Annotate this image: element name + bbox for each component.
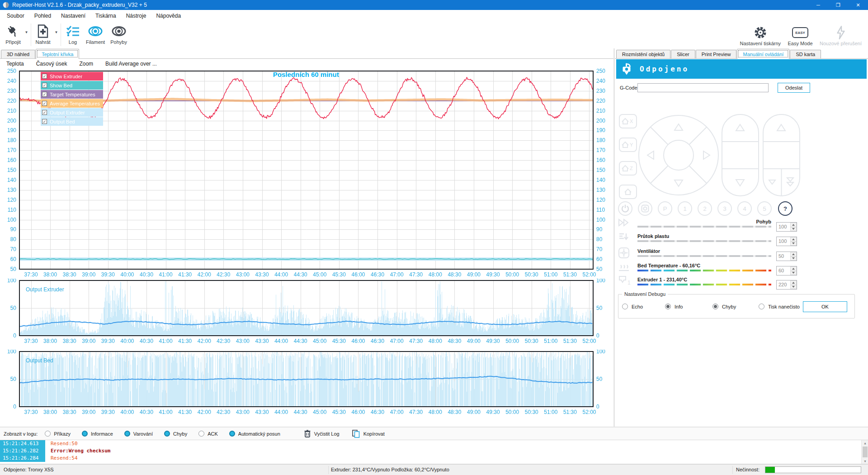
output-extruder-chart-canvas[interactable] [0, 279, 613, 347]
radio-icon[interactable] [45, 431, 51, 437]
legend-item-show-bed[interactable]: ✓Show Bed [41, 81, 103, 90]
menu-pohled[interactable]: Pohled [29, 11, 56, 21]
emergency-stop-button[interactable]: Nouzové přerušení [817, 24, 864, 47]
value-spinner[interactable]: 100 [776, 237, 797, 246]
spinner-up-icon[interactable] [790, 266, 797, 271]
xy-dpad[interactable] [639, 115, 718, 195]
slider-track[interactable] [637, 255, 771, 257]
radio-icon[interactable] [82, 431, 88, 437]
toggle-log-button[interactable]: Log [62, 23, 83, 46]
quick-button-p[interactable]: P [658, 201, 672, 216]
power-button[interactable] [618, 201, 632, 216]
log-scrollbar[interactable]: ▲ ▼ [861, 440, 868, 464]
spinner-up-icon[interactable] [790, 237, 797, 242]
radio-icon[interactable] [712, 304, 718, 309]
tab-sd-karta[interactable]: SD karta [790, 50, 821, 59]
value-spinner[interactable]: 100 [776, 222, 797, 232]
tab-3d-nahled[interactable]: 3D náhled [1, 50, 35, 59]
quick-button-5[interactable]: 5 [757, 201, 772, 216]
slider-track[interactable] [637, 226, 771, 228]
spinner-up-icon[interactable] [790, 223, 797, 227]
quick-button-3[interactable]: 3 [717, 201, 732, 216]
log-filter-informace[interactable]: Informace [82, 431, 113, 437]
home-y-button[interactable] [619, 138, 637, 152]
log-filter-ack[interactable]: ACK [198, 431, 218, 437]
load-dropdown[interactable]: ▼ [53, 24, 59, 40]
log-filter-chyby[interactable]: Chyby [164, 431, 187, 437]
log-view[interactable]: 15:21:24.613Resend:5015:21:26.282Error:W… [0, 440, 868, 464]
quick-button-1[interactable]: 1 [678, 201, 692, 216]
legend-item-output-bed[interactable]: ✓Output Bed [41, 117, 103, 126]
tab-print-preview[interactable]: Print Preview [696, 50, 737, 59]
spinner-down-icon[interactable] [790, 256, 797, 261]
connect-dropdown[interactable]: ▼ [24, 24, 29, 40]
scroll-up-icon[interactable]: ▲ [862, 440, 868, 446]
log-filter-varovani[interactable]: Varování [124, 431, 153, 437]
output-bed-chart-canvas[interactable] [0, 350, 613, 418]
minimize-button[interactable]: ─ [808, 0, 828, 10]
value-spinner[interactable]: 220 [776, 280, 797, 290]
connect-button[interactable]: Připojit [3, 23, 24, 46]
slider-track[interactable] [637, 284, 771, 285]
scroll-down-icon[interactable]: ▼ [862, 458, 868, 464]
motor-button[interactable] [638, 201, 652, 216]
debug-radio-info[interactable]: Info [665, 304, 683, 309]
close-button[interactable]: ✕ [848, 0, 868, 10]
legend-item-target-temperatures[interactable]: ✓Target Temperatures [41, 90, 103, 99]
spinner-down-icon[interactable] [790, 242, 797, 246]
tab-slicer[interactable]: Slicer [671, 50, 695, 59]
printer-settings-button[interactable]: Nastavení tiskárny [737, 24, 783, 47]
quick-button-2[interactable]: 2 [698, 201, 712, 216]
debug-ok-button[interactable]: OK [803, 301, 847, 312]
value-spinner[interactable]: 50 [776, 252, 797, 261]
chartmenu-casovy-usek[interactable]: Časový úsek [36, 61, 67, 67]
home-all-button[interactable] [619, 185, 637, 199]
chartmenu-build-average-over[interactable]: Build Average over ... [105, 61, 157, 67]
filament-visual-button[interactable]: Filament [83, 23, 108, 46]
debug-radio-chyby[interactable]: Chyby [712, 304, 736, 309]
radio-icon[interactable] [164, 431, 170, 437]
value-spinner[interactable]: 60 [776, 266, 797, 276]
slider-track[interactable] [637, 270, 771, 271]
gcode-input[interactable] [637, 83, 769, 92]
legend-item-output-extruder[interactable]: ✓Output Extruder [41, 108, 103, 117]
checkbox[interactable]: ✓ [42, 74, 47, 79]
menu-soubor[interactable]: Soubor [2, 11, 29, 21]
load-button[interactable]: Nahrát [33, 23, 53, 46]
clear-log-button[interactable]: Vyčistit Log [304, 430, 340, 437]
quick-button-4[interactable]: 4 [737, 201, 752, 216]
extruder-jog-control[interactable] [763, 114, 800, 196]
spinner-down-icon[interactable] [790, 271, 797, 276]
radio-icon[interactable] [665, 304, 671, 309]
checkbox[interactable]: ✓ [42, 83, 47, 88]
quick-button-[interactable]: ? [778, 201, 793, 216]
menu-tiskarna[interactable]: Tiskárna [90, 11, 121, 21]
moves-visual-button[interactable]: Pohyby [108, 23, 130, 46]
radio-icon[interactable] [229, 431, 235, 437]
slider-track[interactable] [637, 240, 771, 242]
debug-radio-tisk-nanecisto[interactable]: Tisk nanečisto [759, 304, 800, 309]
checkbox[interactable]: ✓ [42, 119, 47, 124]
log-filter-automaticky-posun[interactable]: Automatický posun [229, 431, 280, 437]
scroll-thumb[interactable] [863, 446, 868, 457]
menu-napoveda[interactable]: Nápověda [151, 11, 186, 21]
log-filter-prikazy[interactable]: Příkazy [45, 431, 71, 437]
spinner-up-icon[interactable] [790, 280, 797, 285]
checkbox[interactable]: ✓ [42, 110, 47, 115]
radio-icon[interactable] [759, 304, 764, 309]
menu-nastroje[interactable]: Nástroje [121, 11, 151, 21]
gcode-send-button[interactable]: Odeslat [778, 83, 810, 93]
spinner-up-icon[interactable] [790, 252, 797, 256]
radio-icon[interactable] [198, 431, 204, 437]
tab-rozmisteni-objektu[interactable]: Rozmístění objektů [616, 50, 670, 59]
home-x-button[interactable] [619, 114, 637, 128]
checkbox[interactable]: ✓ [42, 101, 47, 106]
copy-log-button[interactable]: Kopírovat [352, 430, 385, 438]
checkbox[interactable]: ✓ [42, 92, 47, 97]
home-z-button[interactable] [619, 162, 637, 175]
z-jog-control[interactable] [722, 114, 759, 196]
spinner-down-icon[interactable] [790, 285, 797, 290]
radio-icon[interactable] [622, 304, 628, 309]
tab-teplotni-krivka[interactable]: Teplotní křivka [36, 49, 79, 59]
legend-item-average-temperatures[interactable]: ✓Average Temperatures [41, 99, 103, 108]
